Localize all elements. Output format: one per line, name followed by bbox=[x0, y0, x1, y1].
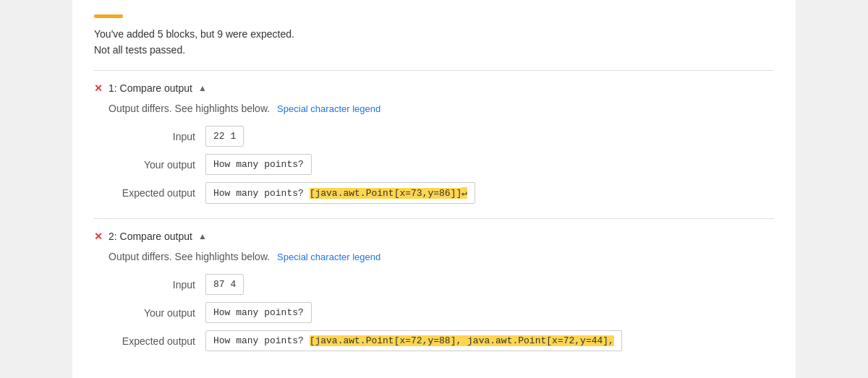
error-icon-1: ✕ bbox=[94, 82, 103, 94]
compare-title-1: 1: Compare output bbox=[109, 82, 192, 94]
output-differs-text-2: Output differs. See highlights below. bbox=[109, 251, 270, 262]
output-differs-text-1: Output differs. See highlights below. bbox=[109, 103, 270, 114]
expected-output-value-1: How many points? [java.awt.Point[x=73,y=… bbox=[205, 182, 475, 204]
expected-output-value-2: How many points? [java.awt.Point[x=72,y=… bbox=[205, 330, 622, 351]
your-output-value-2: How many points? bbox=[205, 302, 312, 323]
expected-output-label-1: Expected output bbox=[109, 187, 195, 199]
your-output-row-1: Your output How many points? bbox=[94, 154, 774, 175]
expected-output-row-1: Expected output How many points? [java.a… bbox=[94, 182, 774, 204]
input-label-1: Input bbox=[109, 131, 195, 142]
special-char-link-1[interactable]: Special character legend bbox=[277, 103, 380, 114]
compare-header-2: ✕ 2: Compare output ▲ bbox=[94, 231, 774, 242]
compare-header-1: ✕ 1: Compare output ▲ bbox=[94, 82, 774, 94]
compare-section-1: ✕ 1: Compare output ▲ Output differs. Se… bbox=[94, 82, 774, 204]
compare-section-2: ✕ 2: Compare output ▲ Output differs. Se… bbox=[94, 231, 774, 351]
expected-highlight-2: [java.awt.Point[x=72,y=88], java.awt.Poi… bbox=[310, 335, 614, 346]
your-output-label-1: Your output bbox=[109, 159, 195, 171]
expected-highlight-1: [java.awt.Point[x=73,y=86]] bbox=[310, 188, 462, 199]
special-char-link-2[interactable]: Special character legend bbox=[277, 252, 380, 262]
chevron-up-icon-2[interactable]: ▲ bbox=[198, 231, 207, 241]
tests-message: Not all tests passed. bbox=[94, 44, 774, 56]
page-wrapper: You've added 5 blocks, but 9 were expect… bbox=[72, 0, 796, 378]
expected-output-label-2: Expected output bbox=[109, 335, 195, 347]
newline-symbol-1: ↵ bbox=[461, 187, 467, 199]
expected-plain-2: How many points? bbox=[213, 335, 310, 346]
input-row-1: Input 22 1 bbox=[94, 126, 774, 147]
your-output-row-2: Your output How many points? bbox=[94, 302, 774, 323]
compare-title-2: 2: Compare output bbox=[109, 231, 192, 242]
output-differs-row-1: Output differs. See highlights below. Sp… bbox=[94, 103, 774, 114]
input-label-2: Input bbox=[109, 279, 195, 291]
blocks-message: You've added 5 blocks, but 9 were expect… bbox=[94, 28, 774, 40]
your-output-label-2: Your output bbox=[109, 307, 195, 319]
chevron-up-icon-1[interactable]: ▲ bbox=[198, 83, 207, 93]
section-divider-middle bbox=[94, 218, 774, 219]
your-output-value-1: How many points? bbox=[205, 154, 312, 175]
input-row-2: Input 87 4 bbox=[94, 274, 774, 295]
progress-bar bbox=[94, 14, 123, 18]
section-divider-top bbox=[94, 70, 774, 71]
output-differs-row-2: Output differs. See highlights below. Sp… bbox=[94, 251, 774, 262]
input-value-2: 87 4 bbox=[205, 274, 244, 295]
error-icon-2: ✕ bbox=[94, 231, 103, 242]
expected-output-row-2: Expected output How many points? [java.a… bbox=[94, 330, 774, 351]
expected-plain-1: How many points? bbox=[213, 188, 310, 199]
input-value-1: 22 1 bbox=[205, 126, 244, 147]
